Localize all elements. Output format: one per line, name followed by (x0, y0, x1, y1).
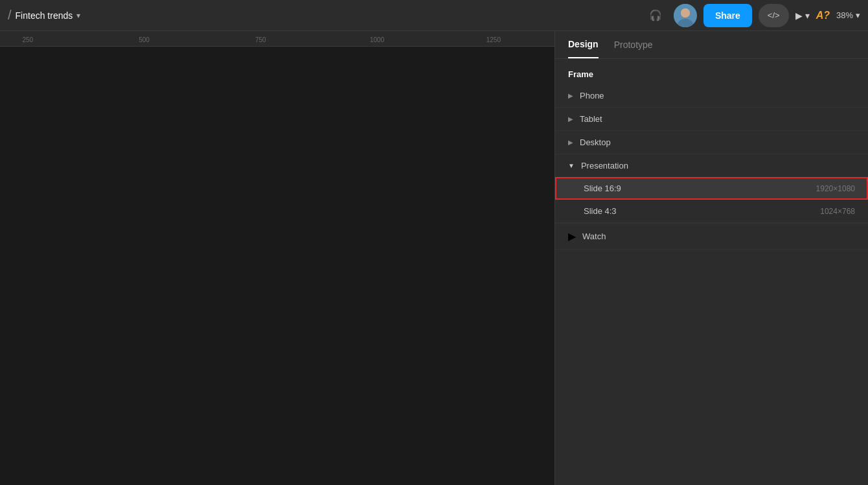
topbar-center: 🎧 Share </> ▶ ▾ A? 38% ▾ (644, 4, 860, 27)
tab-design[interactable]: Design (568, 39, 599, 58)
svg-point-3 (681, 8, 690, 18)
avatar[interactable] (674, 4, 697, 27)
tab-design-label: Design (568, 39, 599, 49)
project-title: Fintech trends (16, 10, 73, 21)
desktop-label: Desktop (580, 137, 855, 147)
slide-169-dim: 1920×1080 (816, 184, 855, 193)
frame-label: Frame (568, 69, 593, 79)
main-content: 250 500 750 1000 1250 Design Prototype F… (0, 31, 868, 485)
ruler-mark-1250: 1250 (486, 36, 501, 43)
title-chevron-icon[interactable]: ▾ (76, 11, 80, 20)
ruler-mark-1000: 1000 (370, 36, 384, 43)
ruler-marks: 250 500 750 1000 1250 (0, 31, 554, 46)
frame-item-desktop[interactable]: ▶ Desktop (555, 131, 868, 154)
frame-item-tablet[interactable]: ▶ Tablet (555, 108, 868, 131)
frame-item-phone[interactable]: ▶ Phone (555, 84, 868, 108)
tab-prototype[interactable]: Prototype (614, 40, 653, 58)
phone-chevron-icon: ▶ (568, 92, 573, 99)
presentation-chevron-icon: ▼ (568, 162, 575, 169)
tab-prototype-label: Prototype (614, 40, 653, 50)
ruler: 250 500 750 1000 1250 (0, 31, 554, 47)
font-button[interactable]: A? (816, 10, 830, 21)
share-label: Share (715, 10, 740, 21)
desktop-chevron-icon: ▶ (568, 139, 573, 146)
zoom-chevron-icon: ▾ (856, 10, 860, 20)
ruler-mark-250: 250 (22, 36, 33, 43)
slide-43-dim: 1024×768 (820, 207, 855, 216)
zoom-button[interactable]: 38% ▾ (836, 10, 860, 20)
play-icon: ▶ (795, 10, 803, 21)
topbar-left: / Fintech trends ▾ (8, 8, 639, 23)
avatar-image (674, 4, 697, 27)
slide-43-label: Slide 4:3 (584, 206, 814, 216)
section-presentation: ▼ Presentation Slide 16:9 1920×1080 Slid… (555, 154, 868, 224)
panel-content: Frame ▶ Phone ▶ Tablet ▶ Desktop ▼ (555, 59, 868, 485)
headphone-button[interactable]: 🎧 (644, 4, 667, 27)
watch-label: Watch (582, 231, 855, 241)
font-label: A? (816, 10, 830, 21)
slide-169-label: Slide 16:9 (584, 183, 810, 193)
share-button[interactable]: Share (703, 4, 752, 27)
panel-tabs: Design Prototype (555, 31, 868, 59)
right-panel: Design Prototype Frame ▶ Phone ▶ Tablet (554, 31, 868, 485)
zoom-label: 38% (836, 10, 853, 20)
ruler-mark-500: 500 (139, 36, 150, 43)
slide-169-item[interactable]: Slide 16:9 1920×1080 (555, 177, 868, 200)
code-button[interactable]: </> (759, 4, 789, 27)
slash-icon: / (8, 8, 12, 23)
presentation-label: Presentation (581, 161, 855, 171)
play-button[interactable]: ▶ ▾ (795, 10, 810, 21)
canvas-content (0, 47, 554, 485)
frame-item-watch[interactable]: ▶ Watch (555, 224, 868, 250)
slide-43-item[interactable]: Slide 4:3 1024×768 (555, 200, 868, 223)
play-chevron-icon: ▾ (805, 10, 810, 21)
presentation-header[interactable]: ▼ Presentation (555, 154, 868, 177)
tablet-chevron-icon: ▶ (568, 115, 573, 123)
code-icon: </> (768, 10, 780, 20)
headphone-icon: 🎧 (649, 9, 662, 21)
topbar: / Fintech trends ▾ 🎧 Share </> ▶ ▾ A? (0, 0, 868, 31)
watch-chevron-icon: ▶ (568, 230, 576, 242)
tablet-label: Tablet (580, 114, 855, 124)
phone-label: Phone (580, 91, 855, 101)
canvas-area: 250 500 750 1000 1250 (0, 31, 554, 485)
section-frame-header: Frame (555, 59, 868, 84)
ruler-mark-750: 750 (255, 36, 266, 43)
